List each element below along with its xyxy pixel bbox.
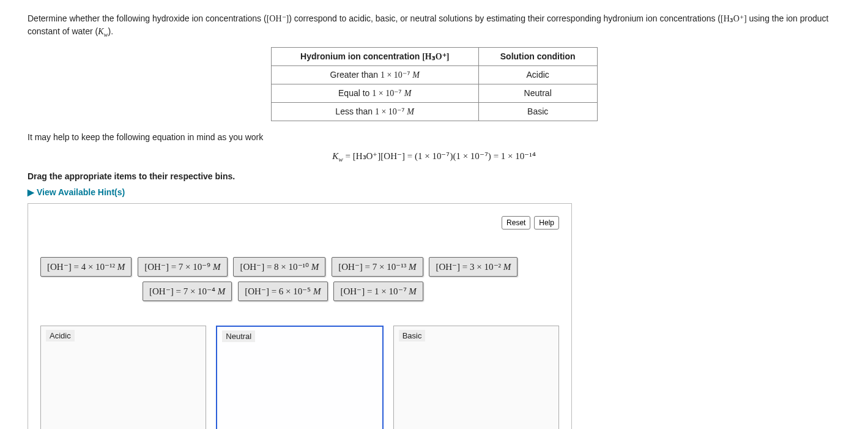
bin-basic[interactable]: Basic	[393, 326, 559, 429]
bin-label: Basic	[399, 330, 426, 341]
drag-item[interactable]: [OH⁻] = 8 × 10⁻¹⁰ M	[233, 257, 325, 277]
prompt-text-1: Determine whether the following hydroxid…	[28, 13, 267, 23]
view-hints-link[interactable]: ▶View Available Hint(s)	[28, 187, 125, 197]
drag-drop-workspace: Reset Help [OH⁻] = 4 × 10⁻¹² M [OH⁻] = 7…	[28, 203, 572, 429]
table-header-conc: Hydronium ion concentration [H₃O⁺]	[271, 47, 478, 65]
prompt-oh: [OH⁻]	[267, 14, 289, 23]
reference-table: Hydronium ion concentration [H₃O⁺] Solut…	[271, 47, 598, 121]
drag-item[interactable]: [OH⁻] = 6 × 10⁻⁵ M	[238, 282, 327, 301]
bin-neutral[interactable]: Neutral	[216, 326, 383, 429]
table-row: Less than 1 × 10⁻⁷ M Basic	[271, 102, 597, 121]
chevron-right-icon: ▶	[28, 187, 34, 197]
prompt-h3o: [H₃O⁺]	[721, 14, 747, 23]
table-row: Equal to 1 × 10⁻⁷ M Neutral	[271, 84, 597, 102]
drag-item[interactable]: [OH⁻] = 3 × 10⁻² M	[429, 257, 517, 277]
drag-item[interactable]: [OH⁻] = 4 × 10⁻¹² M	[40, 257, 132, 277]
hint-text: It may help to keep the following equati…	[28, 132, 840, 142]
question-prompt: Determine whether the following hydroxid…	[28, 12, 840, 40]
reset-button[interactable]: Reset	[502, 216, 530, 229]
drag-item[interactable]: [OH⁻] = 7 × 10⁻⁴ M	[143, 282, 232, 301]
bin-label: Neutral	[222, 330, 255, 342]
prompt-text-2: ) correspond to acidic, basic, or neutra…	[289, 13, 721, 23]
draggable-items-pool: [OH⁻] = 4 × 10⁻¹² M [OH⁻] = 7 × 10⁻⁹ M […	[40, 257, 559, 301]
table-header-cond: Solution condition	[478, 47, 597, 65]
drag-instruction: Drag the appropriate items to their resp…	[28, 171, 840, 181]
drag-item[interactable]: [OH⁻] = 1 × 10⁻⁷ M	[333, 282, 423, 301]
help-button[interactable]: Help	[534, 216, 559, 229]
bins-row: Acidic Neutral Basic	[40, 326, 559, 429]
kw-equation: Kw = [H₃O⁺][OH⁻] = (1 × 10⁻⁷)(1 × 10⁻⁷) …	[28, 151, 840, 163]
prompt-kw: Kw	[98, 27, 108, 36]
table-row: Greater than 1 × 10⁻⁷ M Acidic	[271, 65, 597, 84]
prompt-text-4: ).	[108, 26, 114, 36]
drag-item[interactable]: [OH⁻] = 7 × 10⁻¹³ M	[332, 257, 423, 277]
drag-item[interactable]: [OH⁻] = 7 × 10⁻⁹ M	[138, 257, 227, 277]
bin-acidic[interactable]: Acidic	[40, 326, 206, 429]
bin-label: Acidic	[46, 330, 75, 341]
